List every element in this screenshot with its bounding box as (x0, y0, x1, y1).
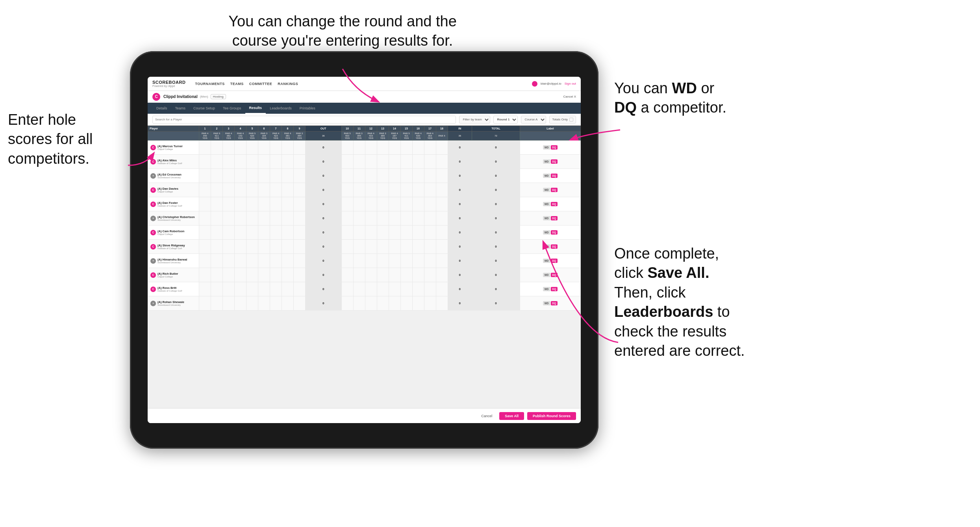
score-cell-15[interactable] (400, 226, 412, 240)
score-input-10[interactable] (342, 268, 353, 282)
score-input-7[interactable] (270, 268, 282, 282)
score-input-8[interactable] (282, 141, 293, 154)
score-cell-18[interactable] (436, 183, 448, 197)
score-input-6[interactable] (258, 254, 270, 268)
dq-button[interactable]: DQ (551, 301, 558, 305)
score-cell-9[interactable] (294, 183, 306, 197)
score-input-3[interactable] (223, 211, 234, 225)
score-cell-14[interactable] (389, 155, 400, 169)
score-cell-12[interactable] (365, 296, 377, 311)
score-input-11[interactable] (354, 155, 365, 168)
score-cell-8[interactable] (282, 296, 294, 311)
score-input-7[interactable] (270, 169, 282, 183)
score-input-5[interactable] (246, 254, 258, 268)
score-input-2[interactable] (211, 211, 222, 225)
score-input-12[interactable] (365, 211, 377, 225)
cancel-button[interactable]: Cancel (477, 412, 496, 420)
score-input-3[interactable] (223, 240, 234, 253)
score-cell-14[interactable] (389, 268, 400, 282)
wd-button[interactable]: WD (543, 202, 550, 206)
score-input-4[interactable] (235, 240, 246, 253)
score-input-4[interactable] (235, 211, 246, 225)
score-input-5[interactable] (246, 296, 258, 310)
score-input-16[interactable] (413, 211, 424, 225)
score-cell-8[interactable] (282, 183, 294, 197)
score-input-3[interactable] (223, 268, 234, 282)
score-cell-11[interactable] (353, 155, 365, 169)
score-cell-5[interactable] (246, 282, 258, 296)
score-input-17[interactable] (424, 268, 436, 282)
wd-button[interactable]: WD (543, 174, 550, 178)
score-cell-9[interactable] (294, 226, 306, 240)
dq-button[interactable]: DQ (551, 216, 558, 220)
score-cell-6[interactable] (258, 268, 270, 282)
score-cell-17[interactable] (424, 169, 436, 183)
score-cell-2[interactable] (211, 169, 223, 183)
score-cell-6[interactable] (258, 240, 270, 254)
score-cell-12[interactable] (365, 254, 377, 268)
score-cell-12[interactable] (365, 155, 377, 169)
score-input-6[interactable] (258, 211, 270, 225)
score-cell-15[interactable] (400, 155, 412, 169)
score-input-13[interactable] (377, 254, 389, 268)
score-input-18[interactable] (436, 296, 448, 310)
score-input-3[interactable] (223, 183, 234, 197)
score-input-9[interactable] (294, 226, 305, 239)
score-cell-12[interactable] (365, 211, 377, 226)
score-cell-1[interactable] (199, 254, 211, 268)
score-input-7[interactable] (270, 296, 282, 310)
score-input-17[interactable] (424, 240, 436, 253)
wd-button[interactable]: WD (543, 287, 550, 291)
score-input-12[interactable] (365, 197, 377, 211)
score-input-16[interactable] (413, 155, 424, 168)
score-cell-13[interactable] (377, 169, 389, 183)
score-input-16[interactable] (413, 296, 424, 310)
score-cell-3[interactable] (223, 268, 235, 282)
score-cell-7[interactable] (270, 197, 282, 211)
score-input-16[interactable] (413, 226, 424, 239)
score-input-14[interactable] (389, 226, 400, 239)
score-cell-13[interactable] (377, 254, 389, 268)
score-cell-2[interactable] (211, 183, 223, 197)
score-input-14[interactable] (389, 268, 400, 282)
score-cell-1[interactable] (199, 226, 211, 240)
score-input-14[interactable] (389, 211, 400, 225)
score-cell-17[interactable] (424, 155, 436, 169)
score-input-17[interactable] (424, 211, 436, 225)
score-input-4[interactable] (235, 183, 246, 197)
score-input-12[interactable] (365, 268, 377, 282)
score-cell-16[interactable] (412, 169, 424, 183)
score-input-7[interactable] (270, 211, 282, 225)
score-cell-14[interactable] (389, 211, 400, 226)
score-input-7[interactable] (270, 282, 282, 296)
score-cell-12[interactable] (365, 282, 377, 296)
score-input-10[interactable] (342, 197, 353, 211)
dq-button[interactable]: DQ (551, 230, 558, 235)
tab-course-setup[interactable]: Course Setup (189, 103, 219, 114)
score-cell-7[interactable] (270, 282, 282, 296)
score-cell-11[interactable] (353, 296, 365, 311)
wd-button[interactable]: WD (543, 230, 550, 235)
score-cell-10[interactable] (341, 211, 353, 226)
score-input-13[interactable] (377, 296, 389, 310)
score-input-12[interactable] (365, 169, 377, 183)
score-input-16[interactable] (413, 141, 424, 154)
score-cell-10[interactable] (341, 226, 353, 240)
round-select[interactable]: Round 1 Round 2 (493, 116, 518, 124)
score-input-9[interactable] (294, 240, 305, 253)
score-cell-1[interactable] (199, 155, 211, 169)
score-input-13[interactable] (377, 226, 389, 239)
score-cell-18[interactable] (436, 226, 448, 240)
score-cell-8[interactable] (282, 197, 294, 211)
score-input-11[interactable] (354, 141, 365, 154)
score-cell-1[interactable] (199, 197, 211, 211)
score-cell-13[interactable] (377, 240, 389, 254)
score-input-3[interactable] (223, 282, 234, 296)
score-cell-13[interactable] (377, 197, 389, 211)
score-cell-16[interactable] (412, 226, 424, 240)
score-cell-2[interactable] (211, 296, 223, 311)
score-cell-16[interactable] (412, 282, 424, 296)
score-input-5[interactable] (246, 240, 258, 253)
score-input-12[interactable] (365, 282, 377, 296)
score-cell-4[interactable] (235, 282, 246, 296)
